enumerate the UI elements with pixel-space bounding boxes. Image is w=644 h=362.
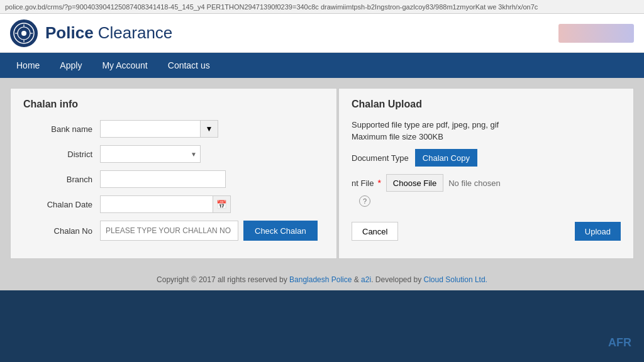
document-file-label: nt File [352, 178, 374, 188]
logo-icon [10, 19, 38, 47]
document-file-row: nt File * Choose File No file chosen [352, 174, 621, 192]
url-bar: police.gov.bd/crms/?p=900403904125087408… [0, 0, 644, 14]
calendar-icon: 📅 [216, 200, 227, 209]
chalan-no-input[interactable] [100, 221, 238, 241]
chalan-upload-title: Chalan Upload [352, 99, 621, 110]
footer-text-prefix: Copyright © 2017 all rights reserved by [157, 275, 289, 284]
chalan-copy-button[interactable]: Chalan Copy [415, 149, 477, 167]
bank-name-row: Bank name ▼ [23, 120, 324, 138]
cancel-button[interactable]: Cancel [352, 222, 398, 241]
branch-label: Branch [23, 175, 92, 184]
chalan-info-title: Chalan info [23, 99, 324, 110]
bank-name-dropdown-btn[interactable]: ▼ [201, 120, 218, 138]
district-label: District [23, 150, 92, 159]
document-type-row: Document Type Chalan Copy [352, 149, 621, 167]
nav-my-account[interactable]: My Account [92, 53, 157, 78]
header: Police Clearance [0, 14, 644, 53]
svg-point-2 [21, 31, 26, 36]
no-file-text: No file chosen [448, 178, 500, 188]
footer-link-cloud-solution[interactable]: Cloud Solution Ltd. [424, 275, 487, 284]
chalan-info-panel: Chalan info Bank name ▼ District Branch [10, 88, 337, 259]
upload-actions: Cancel Upload [352, 222, 621, 241]
main-area: Chalan info Bank name ▼ District Branch [0, 78, 644, 269]
header-banner [558, 24, 634, 43]
supported-text-2: Maximum file size 300KB [352, 132, 621, 141]
chalan-no-row: Chalan No Check Chalan [23, 221, 324, 241]
watermark: AFR [608, 336, 631, 349]
branch-row: Branch [23, 170, 324, 188]
footer-text-suffix: . Developed by [371, 275, 423, 284]
chalan-date-row: Chalan Date 📅 [23, 195, 324, 213]
date-wrapper: 📅 [100, 195, 231, 213]
branch-input[interactable] [100, 170, 226, 188]
footer-link-a2i[interactable]: a2i [361, 275, 371, 284]
chalan-no-label: Chalan No [23, 226, 92, 236]
choose-file-button[interactable]: Choose File [386, 174, 443, 192]
supported-text-1: Supported file type are pdf, jpeg, png, … [352, 120, 621, 129]
footer-text-mid: & [352, 275, 361, 284]
nav-contact-us[interactable]: Contact us [158, 53, 220, 78]
footer-link-bangladesh-police[interactable]: Bangladesh Police [289, 275, 352, 284]
nav-home[interactable]: Home [6, 53, 50, 78]
chalan-upload-panel: Chalan Upload Supported file type are pd… [338, 88, 634, 259]
chalan-date-input[interactable] [100, 195, 213, 213]
check-chalan-button[interactable]: Check Chalan [243, 221, 318, 241]
bank-name-input[interactable] [100, 120, 201, 138]
document-type-label: Document Type [352, 153, 409, 163]
bank-name-label: Bank name [23, 124, 92, 134]
nav-apply[interactable]: Apply [50, 53, 92, 78]
navbar: Home Apply My Account Contact us [0, 53, 644, 78]
site-title: Police Clearance [45, 23, 172, 43]
bank-name-field-wrapper: ▼ [100, 120, 218, 138]
help-icon[interactable]: ? [359, 195, 370, 207]
district-select-wrapper [100, 145, 201, 163]
chalan-date-label: Chalan Date [23, 200, 92, 209]
url-text: police.gov.bd/crms/?p=900403904125087408… [5, 3, 538, 11]
district-select[interactable] [100, 145, 201, 163]
upload-button[interactable]: Upload [575, 222, 621, 241]
district-row: District [23, 145, 324, 163]
calendar-icon-btn[interactable]: 📅 [213, 195, 231, 213]
footer: Copyright © 2017 all rights reserved by … [0, 269, 644, 290]
required-star: * [377, 178, 380, 188]
